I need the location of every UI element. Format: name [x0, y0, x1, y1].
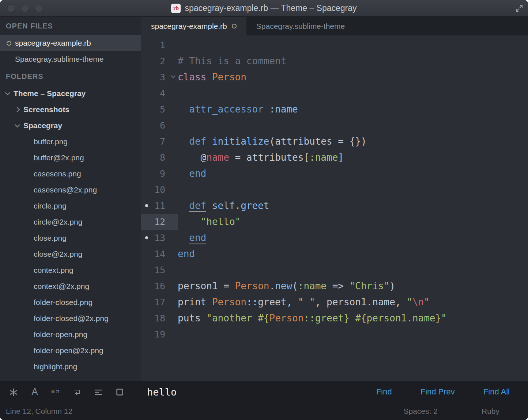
code-token: = attributes[ [229, 152, 309, 163]
gutter-cell[interactable]: 19 [141, 326, 178, 342]
code-token [350, 313, 355, 324]
ruby-file-icon: rb [171, 4, 181, 13]
code-token: "Chris" [350, 280, 390, 291]
line-number: 13 [154, 233, 165, 243]
gutter-cell[interactable]: 7 [141, 133, 178, 149]
tree-item-label: folder-closed.png [34, 298, 93, 307]
titlebar[interactable]: rb spacegray-example.rb — Theme – Spaceg… [0, 0, 528, 17]
open-file-item[interactable]: Spacegray.sublime-theme [0, 51, 141, 67]
fold-arrow-icon[interactable] [171, 73, 176, 78]
code-line-row: 15 [141, 262, 528, 278]
gutter-cell[interactable]: 13 [141, 230, 178, 246]
editor-column: spacegray-example.rbSpacegray.sublime-th… [141, 17, 528, 381]
code-line-row: 4 [141, 85, 528, 101]
code-token [178, 200, 189, 211]
code-token: initialize [212, 136, 269, 147]
code-token: ::greet, [246, 297, 298, 308]
whole-word-icon[interactable]: “” [45, 381, 67, 402]
code-token: Person [269, 313, 303, 324]
code-line-row: 19 [141, 326, 528, 342]
open-files-list: spacegray-example.rbSpacegray.sublime-th… [0, 35, 141, 67]
tree-folder-item[interactable]: Theme – Spacegray [0, 85, 141, 102]
gutter-cell[interactable]: 14 [141, 246, 178, 262]
code-lines: 12# This is a comment3class Person45 att… [141, 37, 528, 342]
regex-icon[interactable]: * [3, 381, 24, 402]
open-file-item[interactable]: spacegray-example.rb [0, 35, 141, 51]
open-file-label: spacegray-example.rb [15, 39, 91, 47]
tree-item-label: buffer.png [34, 137, 68, 146]
tree-file-item[interactable]: highlight.png [0, 359, 141, 375]
gutter-cell[interactable]: 15 [141, 262, 178, 278]
line-number: 6 [160, 120, 165, 131]
tree-file-item[interactable]: folder-open.png [0, 327, 141, 343]
gutter-cell[interactable]: 10 [141, 182, 178, 198]
gutter-cell[interactable]: 4 [141, 85, 178, 101]
tree-folder-item[interactable]: Screenshots [0, 102, 141, 118]
gutter-cell[interactable]: 9 [141, 165, 178, 182]
wrap-icon[interactable] [67, 381, 88, 402]
chevron-right-icon[interactable] [15, 107, 20, 112]
gutter-cell[interactable]: 5 [141, 101, 178, 117]
close-button[interactable] [7, 4, 15, 12]
find-bar: *A“” FindFind PrevFind All [0, 381, 528, 402]
syntax-name[interactable]: Ruby [482, 407, 499, 416]
gutter-cell[interactable]: 3 [141, 69, 178, 85]
tree-file-item[interactable]: buffer.png [0, 134, 141, 150]
gutter-cell[interactable]: 12 [141, 214, 178, 230]
code-line-row: 12 "hello" [141, 214, 528, 230]
tree-file-item[interactable]: close.png [0, 230, 141, 246]
highlight-matches-icon[interactable] [109, 381, 130, 402]
tree-file-item[interactable]: buffer@2x.png [0, 150, 141, 166]
code-token: ::greet [303, 313, 344, 324]
find-button[interactable]: Find [376, 387, 392, 397]
zoom-button[interactable] [35, 4, 43, 12]
code-token: def [189, 200, 206, 212]
gutter-cell[interactable]: 1 [141, 37, 178, 53]
gutter-cell[interactable]: 11 [141, 198, 178, 214]
gutter-cell[interactable]: 17 [141, 294, 178, 310]
code-line-row: 16person1 = Person.new(:name => "Chris") [141, 278, 528, 294]
code-line-row: 3class Person [141, 69, 528, 85]
code-line-row: 18puts "another #{Person::greet} #{perso… [141, 310, 528, 326]
find-all-button[interactable]: Find All [483, 387, 510, 397]
tree-file-item[interactable]: folder-open@2x.png [0, 343, 141, 359]
line-number: 15 [154, 265, 165, 275]
gutter-cell[interactable]: 16 [141, 278, 178, 294]
editor-tab[interactable]: spacegray-example.rb [141, 17, 246, 35]
code-token [178, 216, 201, 227]
tree-file-item[interactable]: context.png [0, 262, 141, 278]
editor-tab[interactable]: Spacegray.sublime-theme [246, 17, 355, 35]
editor[interactable]: 12# This is a comment3class Person45 att… [141, 35, 528, 381]
find-prev-button[interactable]: Find Prev [420, 387, 455, 397]
tree-file-item[interactable]: casesens.png [0, 166, 141, 182]
line-number: 3 [160, 72, 165, 83]
tree-file-item[interactable]: context@2x.png [0, 278, 141, 294]
gutter-cell[interactable]: 8 [141, 149, 178, 165]
code-token: => [327, 280, 350, 291]
chevron-down-icon[interactable] [5, 90, 10, 95]
minimize-button[interactable] [21, 4, 29, 12]
tree-file-item[interactable]: folder-closed.png [0, 294, 141, 310]
tree-file-item[interactable]: close@2x.png [0, 246, 141, 262]
indent-setting[interactable]: Spaces: 2 [404, 407, 438, 416]
tree-file-item[interactable]: casesens@2x.png [0, 182, 141, 198]
tree-file-item[interactable]: folder-closed@2x.png [0, 310, 141, 327]
gutter-cell[interactable]: 6 [141, 117, 178, 133]
code-line: class Person [178, 69, 246, 85]
chevron-down-icon[interactable] [15, 122, 20, 127]
tab-bar: spacegray-example.rbSpacegray.sublime-th… [141, 17, 528, 35]
case-sensitive-icon[interactable]: A [24, 381, 45, 402]
tree-file-item[interactable]: circle@2x.png [0, 214, 141, 230]
tree-file-item[interactable]: circle.png [0, 198, 141, 214]
tree-folder-item[interactable]: Spacegray [0, 118, 141, 134]
tree-item-label: close.png [34, 234, 67, 243]
find-input[interactable] [130, 386, 376, 398]
gutter-cell[interactable]: 2 [141, 53, 178, 69]
in-selection-icon[interactable] [88, 381, 109, 402]
code-line: puts "another #{Person::greet} #{person1… [178, 310, 447, 326]
tree-item-label: buffer@2x.png [34, 153, 84, 162]
code-token: " [441, 313, 447, 324]
fullscreen-icon[interactable] [515, 4, 524, 13]
sidebar: OPEN FILES spacegray-example.rbSpacegray… [0, 17, 141, 381]
gutter-cell[interactable]: 18 [141, 310, 178, 326]
